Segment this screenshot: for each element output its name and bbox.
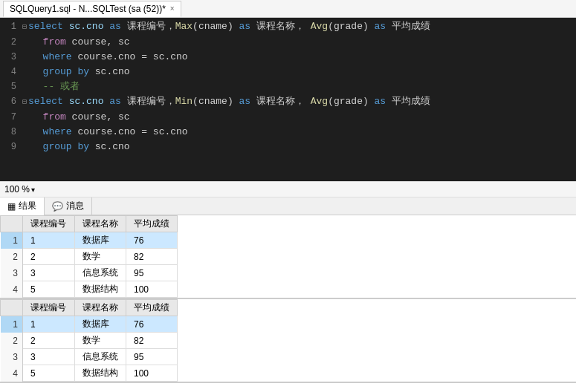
row-number: 2 bbox=[1, 333, 23, 349]
column-header[interactable]: 课程名称 bbox=[75, 300, 126, 316]
code-line: 1⊟select sc.cno as 课程编号，Max(cname) as 课程… bbox=[0, 19, 576, 35]
cell-course-id: 3 bbox=[23, 265, 75, 281]
cell-course-id: 2 bbox=[23, 333, 75, 349]
table-row[interactable]: 33信息系统95 bbox=[1, 265, 178, 281]
cell-avg-grade: 82 bbox=[126, 333, 178, 349]
results-panel: ▦ 结果 💬 消息 课程编号课程名称平均成绩11数据库7622数学8233信息系… bbox=[0, 197, 576, 392]
cell-avg-grade: 100 bbox=[126, 281, 178, 298]
cell-course-name: 数据结构 bbox=[75, 281, 126, 298]
cell-course-name: 数据库 bbox=[75, 316, 126, 333]
title-bar: SQLQuery1.sql - N...SQLTest (sa (52))* × bbox=[0, 0, 576, 18]
line-number: 4 bbox=[0, 65, 22, 79]
cell-course-id: 3 bbox=[23, 349, 75, 365]
line-content: select sc.cno as 课程编号，Max(cname) as 课程名称… bbox=[28, 19, 576, 34]
line-number: 6 bbox=[0, 94, 22, 109]
table-row[interactable]: 33信息系统95 bbox=[1, 349, 178, 365]
column-header[interactable]: 课程编号 bbox=[23, 216, 75, 232]
result-table-2: 课程编号课程名称平均成绩11数据库7622数学8233信息系统9545数据结构1… bbox=[0, 299, 576, 383]
tab-results[interactable]: ▦ 结果 bbox=[0, 197, 45, 215]
cell-course-id: 5 bbox=[23, 281, 75, 298]
cell-course-name: 信息系统 bbox=[75, 349, 126, 365]
row-number: 3 bbox=[1, 265, 23, 281]
tables-area: 课程编号课程名称平均成绩11数据库7622数学8233信息系统9545数据结构1… bbox=[0, 215, 576, 392]
code-line: 7 from course, sc bbox=[0, 110, 576, 125]
code-line: 6⊟select sc.cno as 课程编号，Min(cname) as 课程… bbox=[0, 94, 576, 110]
fold-icon[interactable]: ⊟ bbox=[22, 95, 27, 110]
code-line: 4 group by sc.cno bbox=[0, 65, 576, 79]
line-number: 3 bbox=[0, 50, 22, 65]
row-num-header bbox=[1, 300, 23, 316]
line-number: 8 bbox=[0, 125, 22, 140]
cell-course-name: 数据库 bbox=[75, 232, 126, 249]
cell-avg-grade: 82 bbox=[126, 249, 178, 265]
tab-close-button[interactable]: × bbox=[170, 4, 175, 13]
line-number: 2 bbox=[0, 35, 22, 50]
grid-icon: ▦ bbox=[7, 201, 16, 212]
row-number: 4 bbox=[1, 281, 23, 298]
table-row[interactable]: 22数学82 bbox=[1, 333, 178, 349]
line-number: 5 bbox=[0, 79, 22, 94]
cell-avg-grade: 95 bbox=[126, 349, 178, 365]
tab-label: SQLQuery1.sql - N...SQLTest (sa (52))* bbox=[10, 4, 166, 14]
result-table-1: 课程编号课程名称平均成绩11数据库7622数学8233信息系统9545数据结构1… bbox=[0, 215, 576, 299]
table-row[interactable]: 45数据结构100 bbox=[1, 281, 178, 298]
zoom-level: 100 % bbox=[4, 184, 30, 195]
table-row[interactable]: 45数据结构100 bbox=[1, 365, 178, 382]
line-content: group by sc.cno bbox=[31, 65, 576, 79]
cell-course-name: 数学 bbox=[75, 249, 126, 265]
column-header[interactable]: 课程编号 bbox=[23, 300, 75, 316]
line-number: 9 bbox=[0, 140, 22, 154]
cell-course-name: 信息系统 bbox=[75, 265, 126, 281]
row-number: 1 bbox=[1, 316, 23, 333]
row-number: 2 bbox=[1, 249, 23, 265]
line-content: where course.cno = sc.cno bbox=[31, 125, 576, 140]
column-header[interactable]: 平均成绩 bbox=[126, 216, 178, 232]
cell-course-name: 数学 bbox=[75, 333, 126, 349]
cell-course-id: 2 bbox=[23, 249, 75, 265]
line-content: -- 或者 bbox=[31, 79, 576, 94]
column-header[interactable]: 平均成绩 bbox=[126, 300, 178, 316]
row-number: 3 bbox=[1, 349, 23, 365]
cell-avg-grade: 76 bbox=[126, 232, 178, 249]
line-content: group by sc.cno bbox=[31, 140, 576, 154]
line-content: where course.cno = sc.cno bbox=[31, 50, 576, 65]
tab-messages[interactable]: 💬 消息 bbox=[45, 197, 92, 215]
active-tab[interactable]: SQLQuery1.sql - N...SQLTest (sa (52))* × bbox=[3, 1, 181, 17]
line-content: from course, sc bbox=[31, 110, 576, 125]
code-line: 2 from course, sc bbox=[0, 35, 576, 50]
row-number: 4 bbox=[1, 365, 23, 382]
table-row[interactable]: 11数据库76 bbox=[1, 316, 178, 333]
cell-course-id: 5 bbox=[23, 365, 75, 382]
cell-course-id: 1 bbox=[23, 316, 75, 333]
column-header[interactable]: 课程名称 bbox=[75, 216, 126, 232]
row-num-header bbox=[1, 216, 23, 232]
results-tabs-bar: ▦ 结果 💬 消息 bbox=[0, 197, 576, 215]
tab-results-label: 结果 bbox=[19, 200, 36, 212]
cell-avg-grade: 100 bbox=[126, 365, 178, 382]
fold-icon[interactable]: ⊟ bbox=[22, 20, 27, 35]
code-editor[interactable]: 1⊟select sc.cno as 课程编号，Max(cname) as 课程… bbox=[0, 18, 576, 181]
tab-messages-label: 消息 bbox=[66, 200, 84, 212]
zoom-bar: 100 % ▾ bbox=[0, 181, 576, 197]
zoom-arrow-icon[interactable]: ▾ bbox=[31, 186, 35, 194]
code-line: 3 where course.cno = sc.cno bbox=[0, 50, 576, 65]
code-line: 9 group by sc.cno bbox=[0, 140, 576, 154]
msg-icon: 💬 bbox=[52, 201, 63, 212]
cell-course-id: 1 bbox=[23, 232, 75, 249]
line-content: from course, sc bbox=[31, 35, 576, 50]
code-line: 8 where course.cno = sc.cno bbox=[0, 125, 576, 140]
row-number: 1 bbox=[1, 232, 23, 249]
line-number: 1 bbox=[0, 19, 22, 34]
code-line: 5 -- 或者 bbox=[0, 79, 576, 94]
cell-course-name: 数据结构 bbox=[75, 365, 126, 382]
line-number: 7 bbox=[0, 110, 22, 125]
line-content: select sc.cno as 课程编号，Min(cname) as 课程名称… bbox=[28, 94, 576, 109]
cell-avg-grade: 76 bbox=[126, 316, 178, 333]
cell-avg-grade: 95 bbox=[126, 265, 178, 281]
table-row[interactable]: 11数据库76 bbox=[1, 232, 178, 249]
table-row[interactable]: 22数学82 bbox=[1, 249, 178, 265]
